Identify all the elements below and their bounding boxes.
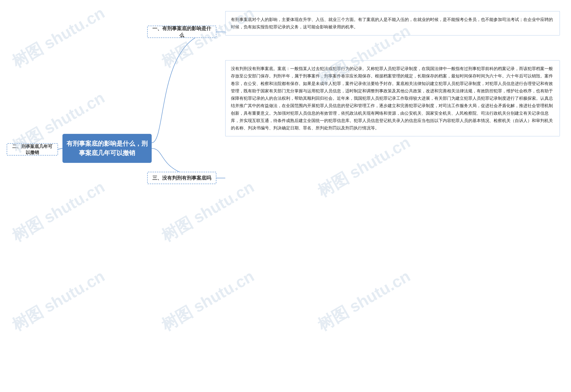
mid-right-branch-label: 三、没有判刑有刑事案底吗: [152, 175, 211, 181]
connector-lines: [0, 0, 571, 392]
mind-map: 有刑事案底的影响是什么，刑事案底几年可以撤销 二、刑事案底几年可以撤销 一、有刑…: [0, 0, 571, 392]
top-right-branch-node: 一、有刑事案底的影响是什么: [147, 26, 216, 38]
left-branch-node: 二、刑事案底几年可以撤销: [7, 143, 58, 156]
left-branch-label: 二、刑事案底几年可以撤销: [10, 144, 55, 156]
svg-line-3: [58, 148, 62, 149]
mid-right-branch-node: 三、没有判刑有刑事案底吗: [147, 172, 216, 184]
central-node-text: 有刑事案底的影响是什么，刑事案底几年可以撤销: [66, 139, 148, 158]
top-right-branch-label: 一、有刑事案底的影响是什么: [151, 25, 213, 39]
top-right-content-text: 有刑事案底对个人的影响，主要体现在升学、入伍、就业三个方面。有了案底的人是不能入…: [231, 17, 553, 29]
top-right-content-box: 有刑事案底对个人的影响，主要体现在升学、入伍、就业三个方面。有了案底的人是不能入…: [225, 11, 560, 35]
mid-right-content-box: 没有判刑没有刑事案底。案底：一般指某人过去犯法或犯罪行为的记录。又称犯罪人员犯罪…: [225, 60, 560, 136]
central-node: 有刑事案底的影响是什么，刑事案底几年可以撤销: [62, 134, 152, 163]
mid-right-content-text: 没有判刑没有刑事案底。案底：一般指某人过去犯法或犯罪行为的记录。又称犯罪人员犯罪…: [231, 66, 553, 130]
